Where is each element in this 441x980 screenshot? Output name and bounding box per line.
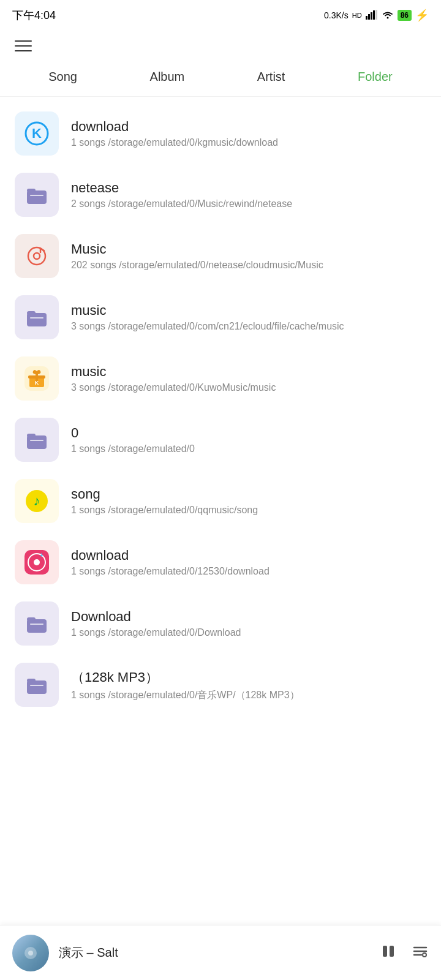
svg-rect-9 — [27, 189, 36, 192]
svg-text:♪: ♪ — [34, 493, 40, 508]
folder-info: Music 202 songs /storage/emulated/0/nete… — [71, 241, 426, 271]
svg-rect-8 — [27, 190, 47, 204]
menu-button[interactable] — [15, 40, 32, 51]
folder-meta: 1 songs /storage/emulated/0/音乐WP/（128k M… — [71, 689, 426, 702]
list-item[interactable]: + download 1 songs /storage/emulated/0/1… — [0, 532, 441, 593]
signal-icon — [366, 10, 378, 21]
network-speed: 0.3K/s — [324, 10, 349, 20]
folder-meta: 202 songs /storage/emulated/0/netease/cl… — [71, 260, 426, 271]
folder-meta: 1 songs /storage/emulated/0 — [71, 443, 426, 454]
tab-song[interactable]: Song — [42, 67, 83, 86]
folder-icon-download — [15, 601, 59, 646]
playback-controls — [380, 943, 429, 963]
battery-level: 86 — [398, 10, 412, 21]
list-item[interactable]: Music 202 songs /storage/emulated/0/nete… — [0, 225, 441, 287]
folder-info: Download 1 songs /storage/emulated/0/Dow… — [71, 609, 426, 638]
status-bar: 下午4:04 0.3K/s HD 86 ⚡ — [0, 0, 441, 31]
folder-meta: 1 songs /storage/emulated/0/kgmusic/down… — [71, 137, 426, 148]
svg-rect-42 — [390, 946, 394, 957]
folder-info: download 1 songs /storage/emulated/0/125… — [71, 548, 426, 577]
svg-point-40 — [28, 951, 33, 956]
svg-rect-4 — [375, 10, 377, 20]
folder-name: netease — [71, 180, 426, 196]
folder-icon-netease — [15, 173, 59, 217]
svg-point-31 — [34, 559, 40, 565]
folder-meta: 1 songs /storage/emulated/0/qqmusic/song — [71, 505, 426, 516]
folder-icon-netease-logo — [15, 234, 59, 278]
folder-icon-mp3 — [15, 663, 59, 707]
folder-info: netease 2 songs /storage/emulated/0/Musi… — [71, 180, 426, 209]
folder-name: Music — [71, 241, 426, 257]
folder-icon-plain — [15, 418, 59, 462]
folder-info: download 1 songs /storage/emulated/0/kgm… — [71, 119, 426, 148]
list-item[interactable]: ♪ song 1 songs /storage/emulated/0/qqmus… — [0, 470, 441, 532]
svg-rect-2 — [371, 12, 372, 20]
folder-info: music 3 songs /storage/emulated/0/com/cn… — [71, 303, 426, 332]
svg-rect-35 — [30, 624, 43, 625]
folder-info: song 1 songs /storage/emulated/0/qqmusic… — [71, 486, 426, 516]
folder-meta: 3 songs /storage/emulated/0/KuwoMusic/mu… — [71, 382, 426, 393]
svg-rect-41 — [383, 946, 387, 957]
status-icons: 0.3K/s HD 86 ⚡ — [324, 9, 429, 22]
list-item[interactable]: （128k MP3） 1 songs /storage/emulated/0/音… — [0, 654, 441, 715]
svg-text:+: + — [40, 552, 43, 559]
svg-point-46 — [423, 953, 426, 957]
svg-rect-36 — [27, 680, 47, 694]
svg-rect-1 — [368, 14, 370, 20]
svg-rect-3 — [373, 10, 375, 20]
svg-rect-26 — [30, 440, 43, 441]
folder-icon-music-app: + — [15, 540, 59, 584]
folder-name: Download — [71, 609, 426, 625]
list-item[interactable]: K download 1 songs /storage/emulated/0/k… — [0, 103, 441, 164]
tab-artist[interactable]: Artist — [251, 67, 292, 86]
folder-icon-kuwo: K — [15, 356, 59, 401]
svg-rect-34 — [27, 617, 36, 621]
folder-meta: 2 songs /storage/emulated/0/Music/rewind… — [71, 198, 426, 209]
header — [0, 31, 441, 61]
svg-rect-18 — [30, 317, 43, 318]
svg-rect-10 — [30, 195, 43, 196]
folder-name: （128k MP3） — [71, 668, 426, 687]
svg-rect-25 — [27, 434, 36, 437]
folder-name: music — [71, 303, 426, 318]
list-item[interactable]: 0 1 songs /storage/emulated/0 — [0, 409, 441, 470]
folder-meta: 1 songs /storage/emulated/0/12530/downlo… — [71, 566, 426, 577]
list-item[interactable]: K music 3 songs /storage/emulated/0/Kuwo… — [0, 348, 441, 409]
folder-icon-qq: ♪ — [15, 479, 59, 523]
folder-info: 0 1 songs /storage/emulated/0 — [71, 425, 426, 454]
svg-point-5 — [386, 17, 388, 18]
album-art — [12, 935, 49, 971]
tab-folder[interactable]: Folder — [352, 67, 399, 86]
folder-meta: 3 songs /storage/emulated/0/com/cn21/ecl… — [71, 321, 426, 332]
folder-icon-kg: K — [15, 111, 59, 156]
now-playing-title: 演示 – Salt — [59, 944, 370, 961]
folder-info: （128k MP3） 1 songs /storage/emulated/0/音… — [71, 668, 426, 702]
list-item[interactable]: music 3 songs /storage/emulated/0/com/cn… — [0, 287, 441, 348]
pause-button[interactable] — [380, 943, 397, 963]
svg-rect-16 — [27, 313, 47, 326]
svg-rect-38 — [30, 685, 43, 686]
folder-name: download — [71, 548, 426, 564]
list-item[interactable]: Download 1 songs /storage/emulated/0/Dow… — [0, 593, 441, 654]
svg-text:K: K — [32, 126, 42, 141]
now-playing-bar: 演示 – Salt — [0, 925, 441, 980]
svg-rect-24 — [27, 435, 47, 449]
svg-rect-0 — [366, 16, 368, 20]
charging-icon: ⚡ — [415, 9, 429, 22]
tab-album[interactable]: Album — [144, 67, 191, 86]
svg-point-11 — [26, 245, 48, 267]
svg-rect-37 — [27, 679, 36, 682]
wifi-icon — [382, 10, 394, 21]
svg-rect-33 — [27, 619, 47, 633]
playlist-button[interactable] — [412, 943, 429, 963]
list-item[interactable]: netease 2 songs /storage/emulated/0/Musi… — [0, 164, 441, 225]
tabs-bar: Song Album Artist Folder — [0, 61, 441, 97]
folder-meta: 1 songs /storage/emulated/0/Download — [71, 627, 426, 638]
folder-name: download — [71, 119, 426, 135]
svg-text:K: K — [35, 380, 39, 386]
folder-info: music 3 songs /storage/emulated/0/KuwoMu… — [71, 364, 426, 393]
folder-icon-ecloud — [15, 295, 59, 339]
status-time: 下午4:04 — [12, 8, 56, 23]
folder-list: K download 1 songs /storage/emulated/0/k… — [0, 97, 441, 722]
folder-name: 0 — [71, 425, 426, 441]
